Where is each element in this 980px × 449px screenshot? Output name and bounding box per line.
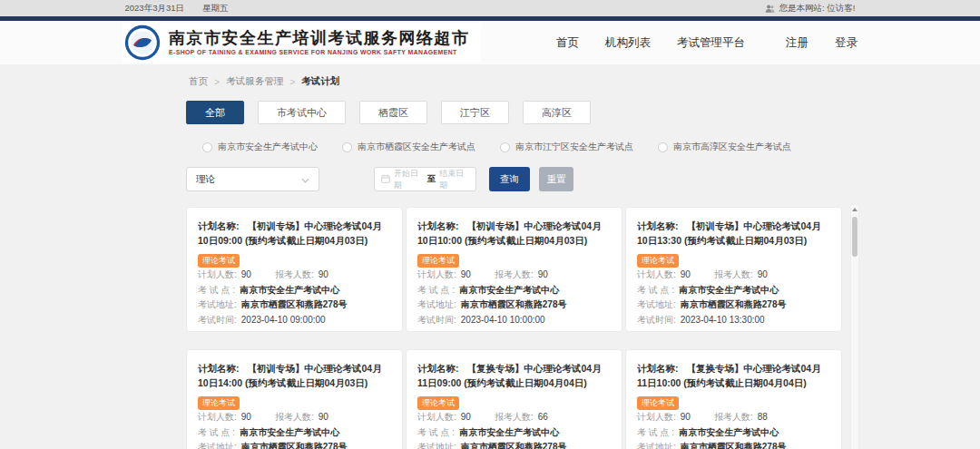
scrollbar-thumb[interactable] bbox=[852, 217, 858, 257]
address-value: 南京市栖霞区和燕路278号 bbox=[681, 298, 787, 313]
planned-count-label: 计划人数: bbox=[637, 268, 676, 283]
radio-label: 南京市安全生产考试中心 bbox=[218, 141, 318, 153]
address-label: 考试地址: bbox=[637, 298, 676, 313]
weekday-text: 星期五 bbox=[202, 3, 229, 15]
radio-icon bbox=[342, 142, 352, 152]
radio-icon bbox=[500, 142, 510, 152]
radio-option-qixia[interactable]: 南京市栖霞区安全生产考试点 bbox=[342, 141, 475, 153]
site-title: 南京市安全生产培训考试服务网络超市 bbox=[169, 30, 470, 48]
nav-item-register[interactable]: 注册 bbox=[786, 35, 808, 51]
registered-count-label: 报考人数: bbox=[714, 410, 753, 425]
address-label: 考试地址: bbox=[198, 298, 237, 313]
exam-plan-card[interactable]: 计划名称:【初训专场】中心理论考试04月10日09:00 (预约考试截止日期04… bbox=[186, 207, 403, 332]
planned-count-label: 计划人数: bbox=[417, 268, 456, 283]
exam-site-radio-group: 南京市安全生产考试中心 南京市栖霞区安全生产考试点 南京市江宁区安全生产考试点 … bbox=[202, 141, 980, 153]
registered-count-value: 90 bbox=[758, 268, 768, 283]
nav-item-login[interactable]: 登录 bbox=[835, 35, 858, 51]
address-label: 考试地址: bbox=[198, 440, 237, 449]
planned-count-value: 90 bbox=[241, 410, 251, 425]
address-value: 南京市栖霞区和燕路278号 bbox=[461, 440, 567, 449]
visitor-icon bbox=[765, 4, 775, 14]
visitor-counter: 您是本网站: 位访客! bbox=[765, 3, 856, 15]
site-value: 南京市安全生产考试中心 bbox=[679, 283, 779, 298]
tab-all[interactable]: 全部 bbox=[186, 101, 244, 124]
time-label: 考试时间: bbox=[417, 313, 456, 328]
radio-label: 南京市高淳区安全生产考试点 bbox=[673, 141, 791, 153]
site-header: 南京市安全生产培训考试服务网络超市 E-SHOP OF TAINING & EX… bbox=[0, 21, 980, 64]
plan-name-label: 计划名称: bbox=[198, 363, 240, 374]
address-label: 考试地址: bbox=[637, 440, 676, 449]
exam-plan-card[interactable]: 计划名称:【初训专场】中心理论考试04月10日13:30 (预约考试截止日期04… bbox=[625, 207, 842, 332]
time-value: 2023-04-10 13:30:00 bbox=[681, 313, 765, 328]
reset-button[interactable]: 重置 bbox=[539, 167, 573, 191]
site-logo[interactable]: 南京市安全生产培训考试服务网络超市 E-SHOP OF TAINING & EX… bbox=[122, 23, 481, 63]
radio-option-jiangning[interactable]: 南京市江宁区安全生产考试点 bbox=[500, 141, 633, 153]
exam-type-badge: 理论考试 bbox=[417, 254, 459, 268]
visitor-count-text: 您是本网站: 位访客! bbox=[779, 3, 856, 15]
registered-count-value: 88 bbox=[758, 410, 768, 425]
plan-name-label: 计划名称: bbox=[417, 363, 459, 374]
main-nav: 首页 机构列表 考试管理平台 注册 登录 bbox=[556, 35, 858, 51]
nav-item-institutions[interactable]: 机构列表 bbox=[605, 35, 651, 51]
tab-jiangning[interactable]: 江宁区 bbox=[441, 101, 509, 124]
planned-count-value: 90 bbox=[681, 410, 691, 425]
time-label: 考试时间: bbox=[637, 313, 676, 328]
site-value: 南京市安全生产考试中心 bbox=[679, 425, 779, 441]
planned-count-label: 计划人数: bbox=[637, 410, 676, 425]
exam-type-badge: 理论考试 bbox=[637, 254, 679, 268]
exam-type-select[interactable]: 理论 bbox=[186, 167, 319, 191]
exam-type-badge: 理论考试 bbox=[417, 396, 459, 410]
site-subtitle: E-SHOP OF TAINING & EXAMING SERVICE FOR … bbox=[169, 49, 470, 55]
address-label: 考试地址: bbox=[417, 298, 456, 313]
address-value: 南京市栖霞区和燕路278号 bbox=[241, 440, 348, 449]
registered-count-label: 报考人数: bbox=[495, 268, 534, 283]
page-content: 首页 > 考试服务管理 > 考试计划 全部 市考试中心 栖霞区 江宁区 高淳区 … bbox=[0, 64, 980, 449]
tab-qixia[interactable]: 栖霞区 bbox=[359, 101, 427, 124]
date-range-input[interactable]: 开始日期 至 结束日期 bbox=[374, 167, 476, 191]
radio-option-city-center[interactable]: 南京市安全生产考试中心 bbox=[202, 141, 318, 153]
exam-plan-card[interactable]: 计划名称:【复换专场】中心理论考试04月11日10:00 (预约考试截止日期04… bbox=[625, 349, 842, 449]
plan-name-label: 计划名称: bbox=[198, 220, 240, 231]
site-value: 南京市安全生产考试中心 bbox=[240, 425, 339, 441]
search-button[interactable]: 查询 bbox=[489, 167, 530, 191]
radio-label: 南京市江宁区安全生产考试点 bbox=[515, 141, 633, 153]
planned-count-label: 计划人数: bbox=[198, 410, 237, 425]
time-value: 2023-04-10 09:00:00 bbox=[241, 313, 326, 328]
site-label: 考 试 点 : bbox=[637, 425, 674, 441]
exam-plan-card[interactable]: 计划名称:【复换专场】中心理论考试04月11日09:00 (预约考试截止日期04… bbox=[406, 349, 622, 449]
radio-option-gaochun[interactable]: 南京市高淳区安全生产考试点 bbox=[658, 141, 791, 153]
site-label: 考 试 点 : bbox=[637, 283, 674, 298]
nav-item-exam-platform[interactable]: 考试管理平台 bbox=[677, 35, 745, 51]
site-label: 考 试 点 : bbox=[417, 283, 455, 298]
plan-name-label: 计划名称: bbox=[637, 363, 679, 374]
exam-type-badge: 理论考试 bbox=[637, 396, 679, 410]
site-value: 南京市安全生产考试中心 bbox=[459, 283, 559, 298]
exam-plan-card[interactable]: 计划名称:【初训专场】中心理论考试04月10日14:00 (预约考试截止日期04… bbox=[186, 349, 403, 449]
registered-count-label: 报考人数: bbox=[275, 410, 314, 425]
address-label: 考试地址: bbox=[417, 440, 456, 449]
top-bar: 2023年3月31日 星期五 您是本网站: 位访客! bbox=[0, 0, 980, 16]
address-value: 南京市栖霞区和燕路278号 bbox=[681, 440, 787, 449]
end-date-placeholder: 结束日期 bbox=[439, 168, 469, 191]
exam-type-select-value: 理论 bbox=[196, 173, 215, 186]
filter-bar: 理论 开始日期 至 结束日期 查询 重置 bbox=[186, 167, 980, 191]
tab-city-exam-center[interactable]: 市考试中心 bbox=[258, 101, 346, 124]
region-tabs: 全部 市考试中心 栖霞区 江宁区 高淳区 bbox=[186, 101, 980, 124]
date-text: 2023年3月31日 bbox=[125, 3, 184, 15]
radio-icon bbox=[658, 142, 668, 152]
tab-gaochun[interactable]: 高淳区 bbox=[523, 101, 591, 124]
site-label: 考 试 点 : bbox=[198, 425, 235, 441]
registered-count-value: 90 bbox=[538, 268, 548, 283]
scroll-up-icon[interactable] bbox=[851, 205, 858, 214]
exam-plan-card[interactable]: 计划名称:【初训专场】中心理论考试04月10日10:00 (预约考试截止日期04… bbox=[406, 207, 622, 332]
nav-item-home[interactable]: 首页 bbox=[556, 35, 579, 51]
breadcrumb-exam-plan: 考试计划 bbox=[301, 75, 339, 88]
breadcrumb-exam-service[interactable]: 考试服务管理 bbox=[226, 75, 283, 88]
radio-icon bbox=[202, 142, 212, 152]
calendar-icon bbox=[381, 174, 390, 185]
plan-name-label: 计划名称: bbox=[417, 220, 459, 231]
breadcrumb-separator-icon: > bbox=[214, 76, 220, 87]
registered-count-value: 66 bbox=[538, 410, 548, 425]
breadcrumb-home[interactable]: 首页 bbox=[189, 75, 208, 88]
vertical-scrollbar[interactable] bbox=[850, 204, 859, 449]
